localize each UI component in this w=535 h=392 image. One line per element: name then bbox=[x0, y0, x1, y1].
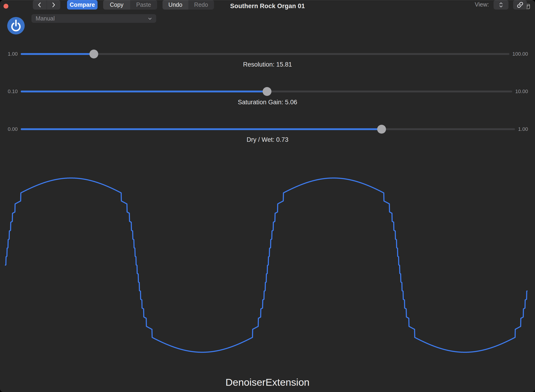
previous-preset-button[interactable] bbox=[33, 0, 47, 9]
saturation-gain-value-label: Saturation Gain: 5.06 bbox=[0, 99, 535, 106]
up-down-chevrons-icon bbox=[498, 1, 504, 8]
link-button[interactable] bbox=[513, 0, 527, 9]
undo-button[interactable]: Undo bbox=[163, 0, 188, 9]
chevron-down-icon bbox=[147, 16, 153, 21]
paste-button[interactable]: Paste bbox=[130, 0, 157, 9]
preset-dropdown[interactable]: Manual bbox=[31, 14, 156, 23]
slider-fill bbox=[21, 53, 94, 55]
compare-button[interactable]: Compare bbox=[67, 0, 98, 9]
undo-redo-group: Undo Redo bbox=[163, 0, 214, 9]
view-stepper[interactable] bbox=[493, 0, 508, 9]
saturation-gain-slider-row: 0.10 10.00 bbox=[7, 87, 528, 96]
saturation-gain-slider-handle[interactable] bbox=[263, 87, 271, 96]
slider-max-label: 10.00 bbox=[515, 89, 528, 94]
resolution-value-label: Resolution: 15.81 bbox=[0, 61, 535, 68]
resolution-slider-row: 1.00 100.00 bbox=[7, 49, 528, 59]
chevron-left-icon bbox=[37, 2, 42, 8]
slider-min-label: 1.00 bbox=[7, 51, 18, 57]
plugin-name: DenoiserExtension bbox=[0, 377, 535, 388]
power-icon bbox=[7, 17, 25, 34]
resolution-slider-track[interactable] bbox=[21, 49, 509, 59]
preset-dropdown-value: Manual bbox=[36, 15, 147, 22]
saturation-gain-slider-track[interactable] bbox=[21, 87, 512, 96]
slider-min-label: 0.00 bbox=[7, 126, 18, 132]
preset-nav-group bbox=[33, 0, 60, 9]
slider-fill bbox=[21, 128, 381, 130]
next-preset-button[interactable] bbox=[47, 0, 60, 9]
chevron-right-icon bbox=[51, 2, 56, 8]
copy-paste-group: Copy Paste bbox=[103, 0, 157, 9]
view-label: View: bbox=[456, 1, 489, 11]
dry-wet-slider-track[interactable] bbox=[21, 124, 515, 134]
slider-max-label: 1.00 bbox=[518, 126, 528, 132]
dry-wet-value-label: Dry / Wet: 0.73 bbox=[0, 136, 535, 143]
slider-min-label: 0.10 bbox=[7, 89, 18, 94]
redo-button[interactable]: Redo bbox=[188, 0, 214, 9]
dry-wet-slider-row: 0.00 1.00 bbox=[7, 124, 528, 134]
dry-wet-slider-handle[interactable] bbox=[377, 125, 386, 134]
power-button[interactable] bbox=[7, 17, 25, 34]
resolution-slider-handle[interactable] bbox=[89, 50, 98, 58]
copy-button[interactable]: Copy bbox=[103, 0, 130, 9]
plugin-window: Southern Rock Organ 01 Manual bbox=[0, 0, 535, 392]
link-icon bbox=[516, 1, 524, 8]
slider-max-label: 100.00 bbox=[512, 51, 528, 57]
waveform-curve bbox=[5, 178, 527, 352]
slider-fill bbox=[21, 91, 267, 92]
